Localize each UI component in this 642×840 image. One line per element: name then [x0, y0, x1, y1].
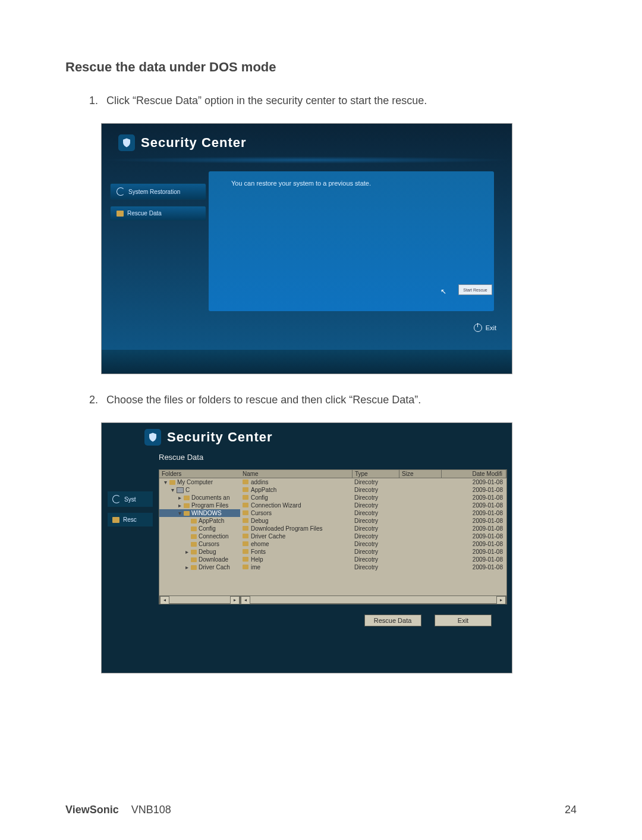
- expand-icon[interactable]: ▾: [170, 487, 175, 493]
- tree-item[interactable]: Connection: [159, 532, 240, 540]
- cell-type: Direcotry: [352, 548, 398, 556]
- exit-button[interactable]: Exit: [435, 615, 492, 626]
- file-list-row[interactable]: Connection WizardDirecotry2009-01-08: [240, 502, 506, 509]
- tree-item[interactable]: ▸Debug: [159, 548, 240, 556]
- tree-item[interactable]: ▸Documents an: [159, 494, 240, 502]
- folder-icon: [191, 534, 197, 539]
- file-list-row[interactable]: FontsDirecotry2009-01-08: [240, 548, 506, 556]
- scroll-right-icon[interactable]: ▸: [230, 596, 240, 604]
- sidebar-truncated: Syst Resc: [108, 491, 153, 532]
- folder-icon: [191, 542, 197, 547]
- sidebar-item-system-restoration[interactable]: System Restoration: [110, 183, 206, 200]
- expand-icon[interactable]: ▸: [177, 502, 182, 509]
- tree-item[interactable]: ▾My Computer: [159, 478, 240, 486]
- cell-date: 2009-01-08: [440, 509, 506, 517]
- folder-icon: [184, 496, 190, 500]
- file-list[interactable]: Name Type Size Date Modifi addinsDirecot…: [240, 470, 506, 595]
- tree-item-label: Driver Cach: [199, 564, 230, 571]
- security-center-window-2: Security Center Syst Resc Rescue Data Fo…: [101, 422, 512, 673]
- file-list-row[interactable]: DebugDirecotry2009-01-08: [240, 517, 506, 525]
- column-name[interactable]: Name: [240, 470, 353, 478]
- cell-name: Connection Wizard: [240, 502, 352, 509]
- cell-size: [398, 486, 440, 494]
- expand-icon[interactable]: ▸: [184, 548, 189, 555]
- tree-item[interactable]: Downloade: [159, 556, 240, 563]
- step-1: 1. Click “Rescue Data” option in the sec…: [89, 93, 577, 109]
- cell-size: [398, 502, 440, 509]
- start-rescue-button[interactable]: Start Rescue: [458, 284, 492, 295]
- expand-icon[interactable]: ▸: [184, 564, 189, 571]
- column-size[interactable]: Size: [399, 470, 442, 478]
- column-date[interactable]: Date Modifi: [442, 470, 506, 478]
- cell-size: [398, 540, 440, 548]
- step-2: 2. Choose the files or folders to rescue…: [89, 392, 577, 408]
- sidebar-item-system-restoration[interactable]: Syst: [108, 491, 153, 507]
- cell-type: Direcotry: [352, 532, 398, 540]
- cell-date: 2009-01-08: [440, 525, 506, 532]
- list-hscrollbar[interactable]: ◂ ▸: [240, 595, 506, 604]
- exit-button[interactable]: Exit: [474, 324, 496, 332]
- disk-icon: [177, 487, 184, 493]
- file-list-row[interactable]: Downloaded Program FilesDirecotry2009-01…: [240, 525, 506, 532]
- file-list-row[interactable]: imeDirecotry2009-01-08: [240, 563, 506, 571]
- cell-type: Direcotry: [352, 478, 398, 486]
- dialog-buttons: Rescue Data Exit: [159, 615, 506, 626]
- expand-icon[interactable]: ▾: [163, 479, 168, 485]
- expand-icon[interactable]: ▸: [177, 494, 182, 501]
- column-type[interactable]: Type: [353, 470, 399, 478]
- cell-date: 2009-01-08: [440, 494, 506, 502]
- tree-item-label: Connection: [199, 533, 229, 540]
- file-list-row[interactable]: AppPatchDirecotry2009-01-08: [240, 486, 506, 494]
- folder-icon: [243, 534, 248, 538]
- tree-item[interactable]: ▸Driver Cach: [159, 563, 240, 571]
- step-2-number: 2.: [89, 392, 103, 408]
- cell-name: Driver Cache: [240, 532, 352, 540]
- scroll-left-icon[interactable]: ◂: [241, 596, 250, 604]
- footer-brand: ViewSonic: [65, 804, 119, 816]
- tree-item[interactable]: ▾WINDOWS: [159, 509, 240, 517]
- tree-item[interactable]: Cursors: [159, 540, 240, 548]
- horizontal-scrollbars: ◂ ▸ ◂ ▸: [159, 595, 506, 604]
- shield-icon: [144, 429, 161, 446]
- sidebar-item-rescue-data[interactable]: Rescue Data: [110, 206, 206, 221]
- expand-icon[interactable]: ▾: [177, 510, 182, 516]
- folder-tree[interactable]: Folders ▾My Computer▾C▸Documents an▸Prog…: [159, 470, 241, 595]
- tree-item[interactable]: ▾C: [159, 486, 240, 494]
- tree-hscrollbar[interactable]: ◂ ▸: [159, 595, 240, 604]
- cell-size: [398, 563, 440, 571]
- manual-page: Rescue the data under DOS mode 1. Click …: [0, 0, 642, 840]
- scroll-left-icon[interactable]: ◂: [160, 596, 169, 604]
- cell-date: 2009-01-08: [440, 548, 506, 556]
- tree-item[interactable]: AppPatch: [159, 517, 240, 525]
- file-list-row[interactable]: CursorsDirecotry2009-01-08: [240, 509, 506, 517]
- file-list-row[interactable]: ehomeDirecotry2009-01-08: [240, 540, 506, 548]
- rescue-data-button[interactable]: Rescue Data: [364, 615, 421, 626]
- cell-date: 2009-01-08: [440, 532, 506, 540]
- cursor-icon: ↖: [440, 287, 446, 296]
- tree-item-label: Program Files: [191, 502, 228, 509]
- scroll-right-icon[interactable]: ▸: [496, 596, 506, 604]
- folder-icon: [191, 550, 197, 554]
- panel-title: Rescue Data: [159, 453, 203, 462]
- screenshot-security-center-start: Security Center System Restoration Rescu…: [101, 123, 577, 374]
- app-title: Security Center: [144, 429, 273, 446]
- file-list-row[interactable]: Driver CacheDirecotry2009-01-08: [240, 532, 506, 540]
- cell-size: [398, 548, 440, 556]
- file-list-row[interactable]: HelpDirecotry2009-01-08: [240, 556, 506, 563]
- cell-size: [398, 556, 440, 563]
- tree-item-label: WINDOWS: [191, 510, 222, 516]
- file-list-row[interactable]: ConfigDirecotry2009-01-08: [240, 494, 506, 502]
- cell-name: Config: [240, 494, 352, 502]
- screenshot-security-center-browser: Security Center Syst Resc Rescue Data Fo…: [101, 422, 577, 673]
- tree-item[interactable]: Config: [159, 525, 240, 532]
- file-list-row[interactable]: addinsDirecotry2009-01-08: [240, 478, 506, 486]
- cell-date: 2009-01-08: [440, 563, 506, 571]
- sidebar-item-rescue-data[interactable]: Resc: [108, 513, 153, 526]
- tree-item-label: Debug: [199, 548, 216, 555]
- cell-size: [398, 525, 440, 532]
- cell-name: Downloaded Program Files: [240, 525, 352, 532]
- page-number: 24: [565, 804, 577, 816]
- folder-icon: [243, 487, 248, 492]
- tree-item-label: My Computer: [177, 479, 213, 485]
- tree-item[interactable]: ▸Program Files: [159, 502, 240, 509]
